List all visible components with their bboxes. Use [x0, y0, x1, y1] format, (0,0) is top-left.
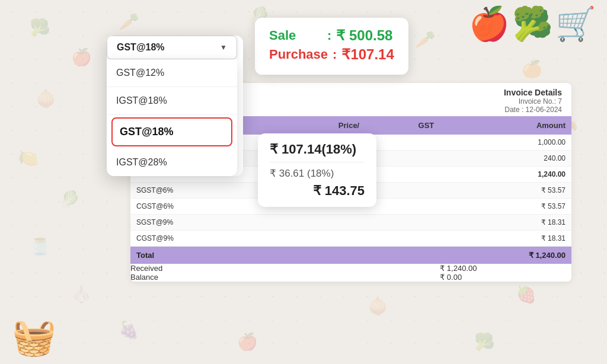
- balance-label: Balance: [130, 273, 277, 282]
- purchase-label: Purchase: [269, 47, 328, 62]
- col-amount: Amount: [440, 116, 571, 135]
- dropdown-card: GST@18% ▼ GST@12% IGST@18% GST@18% IGST@…: [107, 36, 243, 176]
- dropdown-arrow-icon: ▼: [220, 43, 227, 52]
- row3-amount: 1,240.00: [440, 167, 571, 183]
- food-icon-7: 🫙: [30, 237, 50, 257]
- food-icon-16: 🍎: [237, 332, 258, 352]
- purchase-colon: :: [333, 47, 337, 62]
- sgst6-amount: ₹ 53.57: [440, 183, 571, 199]
- sale-label: Sale: [269, 28, 322, 43]
- table-row-cgst9: CGST@9% ₹ 18.31: [130, 231, 571, 247]
- gst-sub-amount: ₹ 36.61 (18%): [270, 162, 365, 180]
- food-icon-1: 🥦: [30, 18, 50, 37]
- balance-amount: ₹ 0.00: [440, 273, 571, 282]
- food-icon-9: 🍇: [119, 320, 139, 340]
- gst-main-amount-text: ₹ 107.14(18%): [270, 142, 356, 157]
- cgst9-amount: ₹ 18.31: [440, 231, 571, 247]
- total-amount: ₹ 1,240.00: [440, 247, 571, 264]
- total-label: Total: [130, 247, 277, 264]
- food-icon-8: 🧄: [71, 285, 92, 304]
- purchase-amount: ₹107.14: [341, 46, 394, 63]
- gst-detail-bubble: ₹ 107.14(18%) ₹ 36.61 (18%) ₹ 143.75: [258, 133, 376, 207]
- cgst6-amount: ₹ 53.57: [440, 199, 571, 215]
- food-icon-4: 🧅: [36, 89, 56, 108]
- food-icon-3: 🥕: [119, 12, 139, 31]
- gst-dropdown-container: GST@18% ▼ GST@12% IGST@18% GST@18% IGST@…: [107, 36, 243, 176]
- purchase-row: Purchase : ₹107.14: [269, 46, 394, 63]
- gst-main-amount: ₹ 107.14(18%): [270, 142, 365, 157]
- fruit-basket-top-right: 🍎🥦🛒: [469, 5, 596, 43]
- sgst6-label: SGST@6%: [130, 183, 277, 199]
- dropdown-trigger-text: GST@18%: [117, 42, 165, 53]
- gst-dropdown-trigger[interactable]: GST@18% ▼: [107, 36, 237, 59]
- dropdown-item-gst18-selected[interactable]: GST@18%: [111, 117, 232, 146]
- received-row: Received ₹ 1,240.00: [130, 264, 571, 273]
- cgst9-label: CGST@9%: [130, 231, 277, 247]
- sgst9-label: SGST@9%: [130, 215, 277, 231]
- food-icon-17: 🥕: [415, 30, 436, 49]
- food-icon-18: 🧅: [368, 296, 388, 316]
- food-icon-5: 🍋: [18, 148, 39, 168]
- food-icon-11: 🍊: [522, 59, 542, 79]
- food-icon-15: 🥦: [474, 332, 495, 352]
- sale-row: Sale : ₹ 500.58: [269, 27, 394, 44]
- row2-gst: [365, 151, 440, 167]
- food-icon-14: 🍓: [516, 285, 536, 304]
- dropdown-item-igst28[interactable]: IGST@28%: [107, 149, 237, 176]
- col-gst: GST: [365, 116, 440, 135]
- balance-row: Balance ₹ 0.00: [130, 273, 571, 282]
- sale-purchase-box: Sale : ₹ 500.58 Purchase : ₹107.14: [255, 18, 408, 75]
- dropdown-item-igst18[interactable]: IGST@18%: [107, 87, 237, 115]
- row3-gst: [365, 167, 440, 183]
- row1-gst: [365, 135, 440, 151]
- sgst9-amount: ₹ 18.31: [440, 215, 571, 231]
- row2-amount: 240.00: [440, 151, 571, 167]
- dropdown-menu: GST@12% IGST@18% GST@18% IGST@28%: [107, 59, 237, 176]
- fruit-basket-bottom-left: 🧺: [12, 316, 56, 358]
- table-row-sgst9: SGST@9% ₹ 18.31: [130, 215, 571, 231]
- food-icon-6: 🥬: [59, 190, 80, 209]
- gst-total-amount: ₹ 143.75: [270, 183, 365, 199]
- sale-colon: :: [327, 28, 331, 43]
- dropdown-item-gst12[interactable]: GST@12%: [107, 59, 237, 87]
- received-label: Received: [130, 264, 277, 273]
- total-row: Total ₹ 1,240.00: [130, 247, 571, 264]
- food-icon-2: 🍎: [71, 47, 92, 67]
- col-price: Price/: [277, 116, 365, 135]
- sale-amount: ₹ 500.58: [336, 27, 392, 44]
- cgst6-label: CGST@6%: [130, 199, 277, 215]
- row1-amount: 1,000.00: [440, 135, 571, 151]
- received-amount: ₹ 1,240.00: [440, 264, 571, 273]
